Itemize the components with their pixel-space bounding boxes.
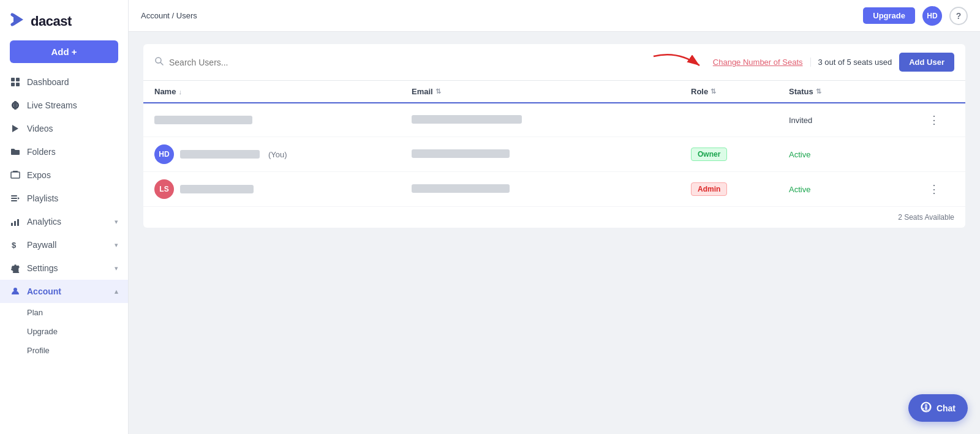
users-table: Name ↓ Email ⇅ Role ⇅ Status ⇅ xyxy=(143,81,965,228)
sidebar-item-paywall[interactable]: $ Paywall ▾ xyxy=(0,233,128,256)
row1-name-cell xyxy=(154,116,412,124)
logo-text: dacast xyxy=(31,13,72,29)
sidebar-item-playlists-label: Playlists xyxy=(27,193,58,203)
breadcrumb: Account / Users xyxy=(141,11,197,20)
sidebar-item-analytics[interactable]: Analytics ▾ xyxy=(0,210,128,233)
analytics-chevron-icon: ▾ xyxy=(115,218,118,226)
row3-more-button[interactable]: ⋮ xyxy=(924,180,944,198)
row2-name-cell: HD (You) xyxy=(154,144,412,164)
row3-status-badge: Active xyxy=(789,185,810,194)
sidebar-sub-profile[interactable]: Profile xyxy=(0,341,128,360)
sidebar-item-paywall-label: Paywall xyxy=(27,240,56,250)
change-seats-link[interactable]: Change Number of Seats xyxy=(713,58,803,67)
row2-status-cell: Active xyxy=(789,150,924,159)
sidebar-nav: Dashboard Live Streams Videos Folders Ex… xyxy=(0,70,128,434)
sidebar-sub-upgrade[interactable]: Upgrade xyxy=(0,322,128,341)
col-status: Status ⇅ xyxy=(789,87,924,96)
col-name: Name ↓ xyxy=(154,87,412,96)
topbar-avatar[interactable]: HD xyxy=(922,6,942,26)
status-sort-icon[interactable]: ⇅ xyxy=(816,88,821,95)
folders-icon xyxy=(10,146,21,157)
row3-role-badge: Admin xyxy=(691,182,727,196)
row2-email-cell xyxy=(412,149,691,160)
settings-icon xyxy=(10,263,21,274)
add-user-button[interactable]: Add User xyxy=(899,53,954,72)
table-row: HD (You) Owner Active xyxy=(143,137,965,172)
dashboard-icon xyxy=(10,77,21,88)
row3-email-blurred xyxy=(412,184,510,193)
svg-marker-15 xyxy=(18,197,20,200)
main-panel: Account / Users Upgrade HD ? xyxy=(129,0,980,434)
table-row: Invited ⋮ xyxy=(143,103,965,137)
col-actions xyxy=(924,87,954,96)
table-row: LS Admin Active ⋮ xyxy=(143,172,965,207)
account-icon xyxy=(10,286,21,297)
svg-rect-13 xyxy=(11,198,17,199)
row1-email-blurred xyxy=(412,115,522,124)
email-sort-icon[interactable]: ⇅ xyxy=(435,88,441,95)
seats-available-label: 2 Seats Available xyxy=(143,207,965,228)
svg-rect-11 xyxy=(13,171,18,172)
row3-email-cell xyxy=(412,184,691,195)
svg-rect-17 xyxy=(14,221,16,226)
table-header: Name ↓ Email ⇅ Role ⇅ Status ⇅ xyxy=(143,81,965,103)
analytics-icon xyxy=(10,216,21,227)
sidebar-item-account[interactable]: Account ▴ xyxy=(0,280,128,303)
add-button[interactable]: Add + xyxy=(10,40,118,63)
col-email-label: Email xyxy=(412,87,433,96)
svg-rect-3 xyxy=(16,78,20,81)
sidebar-item-videos[interactable]: Videos xyxy=(0,117,128,140)
svg-rect-18 xyxy=(17,219,19,226)
row2-email-blurred xyxy=(412,149,510,158)
row1-name-blurred xyxy=(154,116,252,124)
expos-icon xyxy=(10,170,21,181)
chat-icon xyxy=(921,402,932,414)
col-status-label: Status xyxy=(789,87,813,96)
sidebar-item-dashboard[interactable]: Dashboard xyxy=(0,70,128,94)
svg-rect-16 xyxy=(11,223,13,226)
svg-rect-5 xyxy=(16,83,20,86)
row3-status-cell: Active xyxy=(789,185,924,194)
col-role: Role ⇅ xyxy=(691,87,789,96)
sidebar-sub-upgrade-label: Upgrade xyxy=(27,327,58,336)
sidebar-item-live-streams[interactable]: Live Streams xyxy=(0,94,128,117)
name-sort-icon[interactable]: ↓ xyxy=(178,88,182,95)
upgrade-button[interactable]: Upgrade xyxy=(863,7,915,24)
svg-text:$: $ xyxy=(12,241,17,250)
svg-point-21 xyxy=(156,58,161,63)
svg-rect-8 xyxy=(14,101,17,110)
row2-avatar: HD xyxy=(154,144,174,164)
row3-name-blurred xyxy=(180,185,254,193)
role-sort-icon[interactable]: ⇅ xyxy=(710,88,716,95)
sidebar-item-expos[interactable]: Expos xyxy=(0,163,128,187)
sidebar: dacast Add + Dashboard Live Streams Vide… xyxy=(0,0,129,434)
help-button[interactable]: ? xyxy=(949,7,968,25)
breadcrumb-sep: / xyxy=(172,11,176,20)
row1-more-button[interactable]: ⋮ xyxy=(924,111,944,129)
sidebar-item-folders[interactable]: Folders xyxy=(0,140,128,163)
topbar: Account / Users Upgrade HD ? xyxy=(129,0,980,32)
row3-avatar: LS xyxy=(154,179,174,199)
col-email: Email ⇅ xyxy=(412,87,691,96)
sidebar-item-playlists[interactable]: Playlists xyxy=(0,187,128,210)
paywall-chevron-icon: ▾ xyxy=(115,241,118,249)
chat-button[interactable]: Chat xyxy=(908,394,968,422)
sidebar-sub-plan[interactable]: Plan xyxy=(0,303,128,322)
content-area: Change Number of Seats 3 out of 5 seats … xyxy=(129,32,980,434)
svg-rect-14 xyxy=(11,200,17,201)
sidebar-item-account-label: Account xyxy=(27,286,61,296)
dacast-logo-icon xyxy=(10,11,27,32)
sidebar-item-settings[interactable]: Settings ▾ xyxy=(0,256,128,280)
row2-role-cell: Owner xyxy=(691,148,789,161)
col-name-label: Name xyxy=(154,87,176,96)
svg-marker-9 xyxy=(12,125,18,132)
search-input[interactable] xyxy=(169,58,643,67)
content-topbar: Change Number of Seats 3 out of 5 seats … xyxy=(143,44,965,81)
seats-actions: Change Number of Seats 3 out of 5 seats … xyxy=(650,53,954,72)
row1-status-badge: Invited xyxy=(789,116,812,125)
sidebar-item-expos-label: Expos xyxy=(27,170,51,180)
row2-status-badge: Active xyxy=(789,150,810,159)
search-icon xyxy=(154,56,164,69)
sidebar-item-analytics-label: Analytics xyxy=(27,217,61,226)
sidebar-item-dashboard-label: Dashboard xyxy=(27,77,69,87)
